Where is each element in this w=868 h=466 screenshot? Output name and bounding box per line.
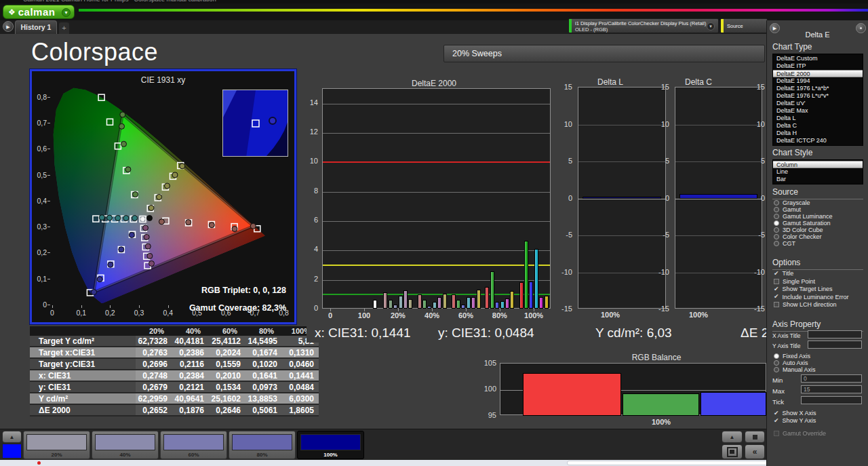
source-option-label: Gamut Luminance <box>783 213 833 220</box>
source-option[interactable]: Grayscale <box>774 199 810 206</box>
pattern-thumbnail-40%[interactable]: 40% <box>92 431 159 459</box>
deltae-y-tick: 12 <box>303 128 318 136</box>
chart-type-option[interactable]: DeltaE Custom <box>773 55 863 62</box>
chart-type-option[interactable]: Delta C <box>773 122 863 130</box>
chart-type-option[interactable]: DeltaE Max <box>773 107 863 115</box>
deltae-bar-80% <box>485 287 489 309</box>
sweeps-dropdown[interactable]: 20% Sweeps <box>443 45 765 62</box>
table-cell: 0,1641 <box>245 370 282 382</box>
deltae-bar-100% <box>519 282 524 309</box>
cie-1931-chart-panel[interactable]: CIE 1931 xy RGB Triplet: 0, 0, 128 Gamut… <box>30 69 296 324</box>
chart-type-option[interactable]: DeltaE 2000 <box>773 70 863 77</box>
chart-style-option[interactable]: Line <box>773 168 863 176</box>
windows-taskbar[interactable] <box>0 460 868 466</box>
source-option-label: Color Checker <box>783 233 822 240</box>
chart-type-option[interactable]: DeltaE ICTCP 240 <box>773 137 863 144</box>
chart-type-option[interactable]: DeltaE 1994 <box>773 77 863 85</box>
collapse-strip-icon[interactable]: « <box>745 444 765 459</box>
chart-type-option[interactable]: Delta H <box>773 130 863 137</box>
chart-type-option[interactable]: DeltaE ITP <box>773 62 863 70</box>
tab-history-1[interactable]: History 1 <box>15 20 57 34</box>
axis-mode-option[interactable]: Fixed Axis <box>774 353 810 360</box>
pattern-up-icon[interactable]: ▲ <box>2 431 22 443</box>
option-single-point[interactable]: Single Point <box>774 278 815 285</box>
measured-marker <box>186 220 191 225</box>
chart-type-option[interactable]: DeltaE u'v' <box>773 100 863 107</box>
axis-check-show-y-axis[interactable]: ✔Show Y Axis <box>774 417 816 424</box>
live-readout: y: CIE31: 0,0484 <box>438 326 534 341</box>
axis-mode-option[interactable]: Auto Axis <box>774 360 808 366</box>
taskbar-app-icon[interactable] <box>37 461 41 465</box>
chart-type-option[interactable]: DeltaE 1976 L*u*v* <box>773 92 863 100</box>
deltae-bar-100% <box>539 297 543 309</box>
deltae-chart-plot[interactable] <box>322 88 551 309</box>
deltae-bar-40% <box>427 306 431 309</box>
source-option[interactable]: 3D Color Cube <box>774 227 823 233</box>
table-row-label: Target x:CIE31 <box>30 347 136 359</box>
tick-mark <box>534 309 534 311</box>
x-axis-title-input[interactable] <box>808 330 862 338</box>
tick-mark <box>47 149 50 149</box>
chart-style-option[interactable]: Column <box>773 161 863 168</box>
chart-style-list: ColumnLineBar <box>772 159 863 185</box>
chart-type-option[interactable]: DeltaE 1976 L*a*b* <box>773 85 863 92</box>
delta-l-x-label: 100% <box>573 311 648 319</box>
source-option[interactable]: Gamut Luminance <box>774 213 833 220</box>
taskbar-search-box[interactable] <box>567 461 770 465</box>
thumbnail-label: 80% <box>229 452 295 458</box>
add-tab-button[interactable]: + <box>59 22 69 34</box>
deltae-bar-20% <box>383 292 387 309</box>
pattern-thumbnail-20%[interactable]: 20% <box>23 431 90 459</box>
pattern-window-button[interactable] <box>722 444 743 459</box>
calman-logo[interactable]: ❖ calman ▾ <box>3 5 75 19</box>
deltae-bar-60% <box>477 290 481 309</box>
meter-name: i1 Display Pro/Calibrite ColorChecker Di… <box>575 20 706 26</box>
tick-mark <box>330 309 331 311</box>
thumbnail-label: 20% <box>24 452 90 458</box>
meter-dropdown[interactable]: i1 Display Pro/Calibrite ColorChecker Di… <box>568 18 719 33</box>
tick-mark <box>432 309 433 311</box>
gamut-override-checkbox[interactable]: Gamut Override <box>774 430 826 437</box>
option-show-lch-direction[interactable]: Show LCH direction <box>774 301 837 308</box>
axis-check-show-x-axis[interactable]: ✔Show X Axis <box>774 410 816 416</box>
chart-style-option[interactable]: Bar <box>773 176 863 183</box>
scroll-up-icon[interactable]: ▲ <box>722 431 743 443</box>
tick-mark <box>139 305 140 308</box>
tick-input[interactable] <box>801 396 862 404</box>
measured-marker <box>119 247 124 252</box>
source-option[interactable]: CGT <box>774 240 795 247</box>
table-cell: 0,2652 <box>136 405 172 416</box>
source-label: Source <box>727 23 743 29</box>
option-title[interactable]: ✔Title <box>774 270 793 277</box>
tick-mark <box>110 305 111 308</box>
pattern-thumbnail-100%[interactable]: 100% <box>297 431 364 459</box>
option-show-target-lines[interactable]: ✔Show Target Lines <box>774 286 832 292</box>
option-include-luminance-error[interactable]: ✔Include Luminance Error <box>774 294 849 300</box>
deltae-x-tick: 100% <box>519 311 549 319</box>
stop-button[interactable] <box>745 431 765 443</box>
table-row-label: Y cd/m² <box>30 393 136 405</box>
settings-sidebar: ▶ Delta E Chart Type Chart Style Source … <box>766 20 868 466</box>
max-input[interactable] <box>801 385 862 393</box>
source-dropdown[interactable]: Source <box>720 18 768 33</box>
pattern-thumbnail-60%[interactable]: 60% <box>160 431 227 459</box>
pattern-thumbnail-80%[interactable]: 80% <box>229 431 296 459</box>
chart-type-option[interactable]: Delta L <box>773 115 863 122</box>
chevron-down-icon[interactable]: ▾ <box>707 22 715 31</box>
y-axis-title-input[interactable] <box>808 341 862 349</box>
nav-arrow-icon[interactable]: ▶ <box>3 21 14 32</box>
measured-marker <box>147 216 153 221</box>
table-cell: 13,8853 <box>245 393 282 405</box>
logo-menu-caret-icon[interactable]: ▾ <box>62 8 71 17</box>
measured-marker <box>121 141 127 147</box>
rgb-balance-plot[interactable] <box>500 363 766 415</box>
y-axis-title-label: Y Axis Title <box>772 343 800 349</box>
source-option[interactable]: Color Checker <box>774 233 822 240</box>
min-input[interactable] <box>801 374 862 383</box>
source-option[interactable]: Gamut Saturation <box>774 220 831 227</box>
delta_c-y-tick: 0 <box>652 194 669 202</box>
cie-y-tick: 0,7 <box>32 119 47 127</box>
delta-h-y-tick: -5 <box>747 231 765 239</box>
source-option[interactable]: Gamut <box>774 206 801 213</box>
axis-mode-option[interactable]: Manual Axis <box>774 366 816 373</box>
